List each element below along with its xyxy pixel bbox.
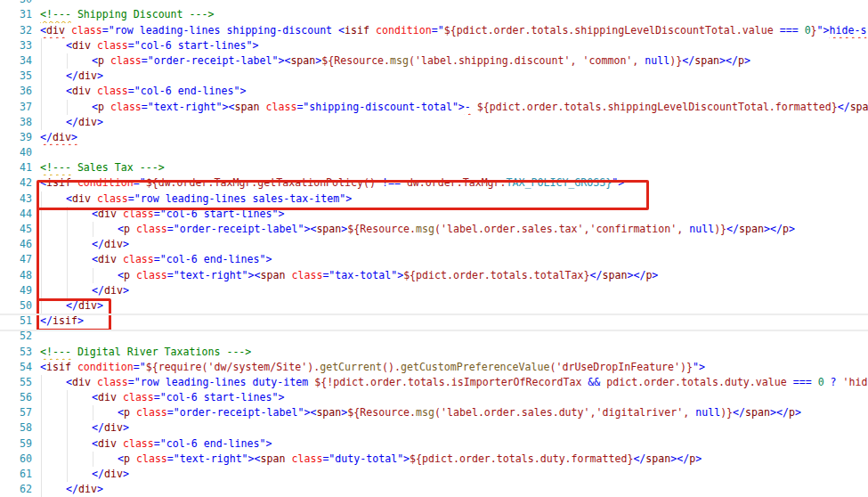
code-text[interactable]: <!--- Digital River Taxations ---> <box>36 345 868 360</box>
line-number[interactable]: 30 <box>0 0 36 7</box>
code-text[interactable]: </div> <box>36 298 868 314</box>
line-number[interactable]: 59 <box>0 436 36 452</box>
code-line[interactable]: 36<div class="col-6 end-lines"> <box>0 84 868 99</box>
code-line[interactable]: 47<div class="col-6 end-lines"> <box>0 252 868 267</box>
code-text[interactable]: <div class="row leading-lines duty-item … <box>36 375 868 390</box>
code-line[interactable]: 39</div> <box>0 130 868 145</box>
line-number[interactable]: 40 <box>0 145 36 160</box>
line-number[interactable]: 48 <box>0 268 36 283</box>
line-number[interactable]: 53 <box>0 345 36 360</box>
code-text[interactable]: <div class="col-6 start-lines"> <box>36 38 868 53</box>
code-text[interactable]: <div class="col-6 start-lines"> <box>36 390 868 405</box>
line-number[interactable]: 32 <box>0 23 36 38</box>
line-number[interactable]: 50 <box>0 298 36 314</box>
code-line[interactable]: 59<div class="col-6 end-lines"> <box>0 436 868 452</box>
code-text[interactable]: </div> <box>36 482 868 497</box>
code-text[interactable]: <div class="col-6 end-lines"> <box>36 252 868 267</box>
code-text[interactable]: <p class="order-receipt-label"><span>${R… <box>36 222 868 237</box>
code-text[interactable]: <!--- Shipping Discount ---> <box>36 7 868 22</box>
code-text[interactable]: </div> <box>36 130 868 145</box>
line-number[interactable]: 62 <box>0 482 36 497</box>
code-text[interactable]: <isif condition="${require('dw/system/Si… <box>36 360 868 375</box>
code-line[interactable]: 35</div> <box>0 69 868 84</box>
line-number[interactable]: 51 <box>0 314 36 329</box>
code-text[interactable]: </div> <box>36 69 868 84</box>
line-number[interactable]: 43 <box>0 191 36 207</box>
code-line[interactable]: 37<p class="text-right"><span class="shi… <box>0 100 868 115</box>
code-line[interactable]: 51</isif> <box>0 314 868 329</box>
line-number[interactable]: 60 <box>0 452 36 467</box>
indent-guide <box>67 237 68 252</box>
code-text[interactable]: </div> <box>36 283 868 298</box>
line-number[interactable]: 38 <box>0 115 36 130</box>
line-number[interactable]: 57 <box>0 405 36 420</box>
line-number[interactable]: 42 <box>0 175 36 191</box>
code-text[interactable] <box>36 145 868 160</box>
code-text[interactable]: <div class="row leading-lines shipping-d… <box>36 23 868 38</box>
line-number[interactable]: 56 <box>0 390 36 405</box>
code-line[interactable]: 41<!--- Sales Tax ---> <box>0 160 868 175</box>
code-text[interactable]: <isif condition="${dw.order.TaxMgr.getTa… <box>36 175 868 191</box>
code-text[interactable]: <div class="row leading-lines sales-tax-… <box>36 191 868 207</box>
code-line[interactable]: 50</div> <box>0 298 868 314</box>
code-text[interactable]: <p class="text-right"><span class="duty-… <box>36 452 868 467</box>
code-line[interactable]: 55<div class="row leading-lines duty-ite… <box>0 375 868 390</box>
line-number[interactable]: 37 <box>0 100 36 115</box>
line-number[interactable]: 46 <box>0 237 36 252</box>
code-text[interactable]: </div> <box>36 467 868 482</box>
code-line[interactable]: 34<p class="order-receipt-label"><span>$… <box>0 53 868 69</box>
line-number[interactable]: 61 <box>0 467 36 482</box>
line-number[interactable]: 49 <box>0 283 36 298</box>
line-number[interactable]: 41 <box>0 160 36 175</box>
line-number[interactable]: 39 <box>0 130 36 145</box>
code-line[interactable]: 62</div> <box>0 482 868 497</box>
code-text[interactable]: <div class="col-6 end-lines"> <box>36 84 868 99</box>
code-line[interactable]: 33<div class="col-6 start-lines"> <box>0 38 868 53</box>
code-text[interactable]: <p class="order-receipt-label"><span>${R… <box>36 405 868 420</box>
code-line[interactable]: 56<div class="col-6 start-lines"> <box>0 390 868 405</box>
code-line[interactable]: 32<div class="row leading-lines shipping… <box>0 23 868 38</box>
line-number[interactable]: 54 <box>0 360 36 375</box>
line-number[interactable]: 47 <box>0 252 36 267</box>
syntax-token: div <box>72 85 91 97</box>
line-number[interactable]: 36 <box>0 84 36 99</box>
code-line[interactable]: 42<isif condition="${dw.order.TaxMgr.get… <box>0 175 868 191</box>
code-text[interactable]: </div> <box>36 420 868 436</box>
code-line[interactable]: 40 <box>0 145 868 160</box>
code-text[interactable]: <div class="col-6 start-lines"> <box>36 207 868 222</box>
code-text[interactable]: </isif> <box>36 314 868 329</box>
code-text[interactable]: <div class="col-6 end-lines"> <box>36 436 868 452</box>
code-line[interactable]: 54<isif condition="${require('dw/system/… <box>0 360 868 375</box>
line-number[interactable]: 34 <box>0 53 36 69</box>
line-number[interactable]: 45 <box>0 222 36 237</box>
code-line[interactable]: 43<div class="row leading-lines sales-ta… <box>0 191 868 207</box>
code-line[interactable]: 45<p class="order-receipt-label"><span>$… <box>0 222 868 237</box>
code-line[interactable]: 46</div> <box>0 237 868 252</box>
line-number[interactable]: 35 <box>0 69 36 84</box>
code-line[interactable]: 48<p class="text-right"><span class="tax… <box>0 268 868 283</box>
code-line[interactable]: 60<p class="text-right"><span class="dut… <box>0 452 868 467</box>
code-text[interactable]: <!--- Sales Tax ---> <box>36 160 868 175</box>
code-line[interactable]: 38</div> <box>0 115 868 130</box>
line-number[interactable]: 55 <box>0 375 36 390</box>
code-line[interactable]: 31<!--- Shipping Discount ---> <box>0 7 868 22</box>
code-text[interactable]: </div> <box>36 115 868 130</box>
code-line[interactable]: 61</div> <box>0 467 868 482</box>
code-line[interactable]: 53<!--- Digital River Taxations ---> <box>0 345 868 360</box>
code-text[interactable]: </div> <box>36 237 868 252</box>
code-text[interactable]: <p class="text-right"><span class="shipp… <box>36 100 868 115</box>
code-line[interactable]: 30 <box>0 0 868 7</box>
line-number[interactable]: 31 <box>0 7 36 22</box>
code-line[interactable]: 49</div> <box>0 283 868 298</box>
code-text[interactable] <box>36 0 868 7</box>
code-text[interactable]: <p class="text-right"><span class="tax-t… <box>36 268 868 283</box>
syntax-token: span <box>235 101 260 113</box>
code-text[interactable]: <p class="order-receipt-label"><span>${R… <box>36 53 868 69</box>
code-line[interactable]: 58</div> <box>0 420 868 436</box>
line-number[interactable]: 33 <box>0 38 36 53</box>
line-number[interactable]: 44 <box>0 207 36 222</box>
code-line[interactable]: 57<p class="order-receipt-label"><span>$… <box>0 405 868 420</box>
code-editor[interactable]: 3031<!--- Shipping Discount --->32<div c… <box>0 0 868 497</box>
line-number[interactable]: 58 <box>0 420 36 436</box>
code-line[interactable]: 44<div class="col-6 start-lines"> <box>0 207 868 222</box>
